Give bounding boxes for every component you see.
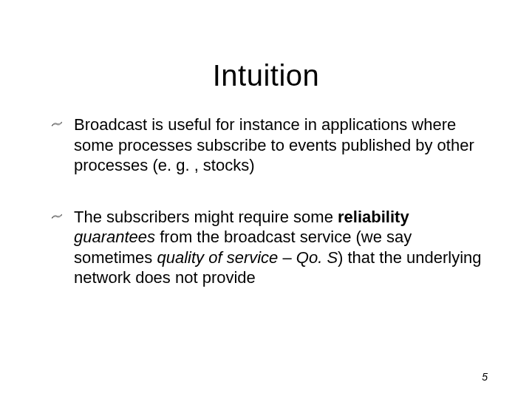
italic-text: quality of service: [157, 248, 278, 267]
bullet-icon: [52, 121, 62, 130]
slide-title: Intuition: [41, 59, 491, 92]
italic-text: Qo. S: [296, 248, 338, 267]
page-number: 5: [482, 371, 488, 383]
bullet-text: Broadcast is useful for instance in appl…: [74, 115, 474, 174]
bullet-text: The subscribers might require some relia…: [74, 208, 482, 287]
italic-text: guarantees: [74, 228, 155, 246]
bold-text: reliability: [338, 208, 409, 226]
bullet-list: Broadcast is useful for instance in appl…: [41, 115, 491, 288]
bullet-item-1: Broadcast is useful for instance in appl…: [48, 115, 484, 176]
bullet-item-2: The subscribers might require some relia…: [48, 207, 484, 288]
slide: Intuition Broadcast is useful for instan…: [0, 0, 532, 399]
bullet-icon: [52, 214, 62, 222]
